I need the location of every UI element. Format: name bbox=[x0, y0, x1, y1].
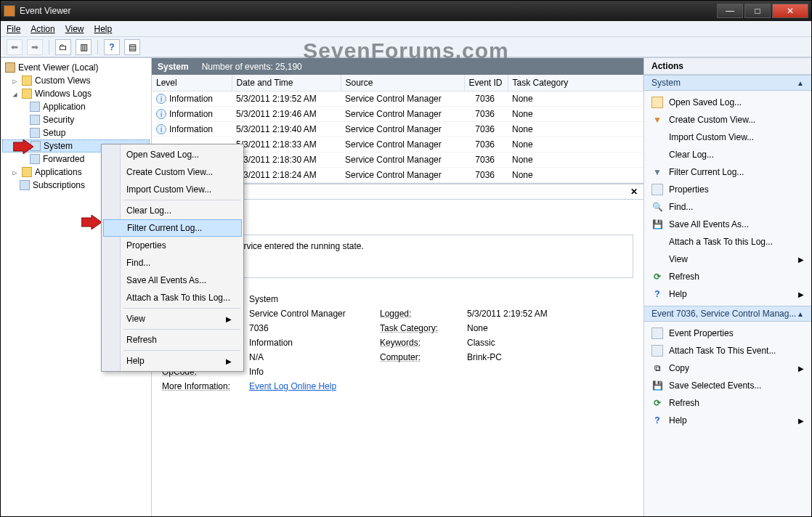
collapse-icon[interactable]: ◢ bbox=[11, 90, 19, 98]
detail-close-button[interactable]: ✕ bbox=[630, 187, 638, 197]
attach-icon bbox=[651, 236, 663, 248]
attach-icon bbox=[651, 345, 663, 357]
app-icon bbox=[4, 5, 15, 17]
show-tree-button[interactable]: 🗀 bbox=[55, 39, 71, 55]
table-row[interactable]: iInformation5/3/2011 2:19:40 AMService C… bbox=[152, 121, 643, 137]
help-icon: ? bbox=[651, 288, 663, 300]
col-level[interactable]: Level bbox=[152, 75, 232, 91]
link-online-help[interactable]: Event Log Online Help bbox=[249, 381, 380, 391]
action-import-custom-view[interactable]: Import Custom View... bbox=[647, 129, 808, 146]
submenu-arrow-icon: ▶ bbox=[798, 256, 804, 264]
actions-pane: Actions System ▲ Open Saved Log... ▼Crea… bbox=[644, 58, 811, 516]
collapse-icon[interactable]: ▲ bbox=[797, 79, 804, 87]
action-refresh-2[interactable]: ⟳Refresh bbox=[647, 394, 808, 412]
ctx-view[interactable]: View▶ bbox=[103, 310, 242, 327]
tree-root[interactable]: Event Viewer (Local) bbox=[2, 61, 150, 74]
val-logname: System bbox=[249, 294, 380, 304]
tree-label: Forwarded bbox=[43, 154, 84, 164]
tree-security[interactable]: Security bbox=[2, 113, 150, 126]
properties-icon bbox=[651, 184, 663, 195]
menu-view[interactable]: View bbox=[65, 24, 84, 34]
action-find[interactable]: 🔍Find... bbox=[647, 198, 808, 216]
maximize-button[interactable]: □ bbox=[744, 4, 771, 18]
forward-button[interactable]: ➡ bbox=[27, 39, 43, 55]
log-icon bbox=[30, 154, 40, 164]
expand-icon[interactable]: ▷ bbox=[11, 168, 19, 176]
properties-button[interactable]: ▥ bbox=[76, 39, 92, 55]
actions-group-event[interactable]: Event 7036, Service Control Manag... ▲ bbox=[644, 306, 811, 322]
context-menu[interactable]: Open Saved Log... Create Custom View... … bbox=[101, 144, 244, 372]
ctx-import-custom-view[interactable]: Import Custom View... bbox=[103, 181, 242, 198]
action-clear-log[interactable]: Clear Log... bbox=[647, 146, 808, 163]
minimize-button[interactable]: — bbox=[717, 4, 743, 18]
properties-icon bbox=[651, 327, 663, 339]
action-attach-task[interactable]: Attach a Task To this Log... bbox=[647, 233, 808, 251]
tree-setup[interactable]: Setup bbox=[2, 126, 150, 139]
annotation-arrow-1 bbox=[13, 139, 33, 154]
event-viewer-icon bbox=[5, 62, 15, 73]
menu-help[interactable]: Help bbox=[94, 24, 113, 34]
tree-application[interactable]: Application bbox=[2, 100, 150, 113]
action-help-2[interactable]: ?Help▶ bbox=[647, 412, 808, 429]
ctx-properties[interactable]: Properties bbox=[103, 237, 242, 254]
actions-group-system[interactable]: System ▲ bbox=[644, 75, 811, 91]
submenu-arrow-icon: ▶ bbox=[226, 357, 232, 365]
svg-marker-0 bbox=[13, 139, 33, 154]
action-filter-log[interactable]: ▼Filter Current Log... bbox=[647, 163, 808, 181]
ctx-filter-current-log[interactable]: Filter Current Log... bbox=[103, 219, 242, 237]
menu-action[interactable]: Action bbox=[31, 24, 54, 34]
col-datetime[interactable]: Date and Time bbox=[232, 75, 341, 91]
back-button[interactable]: ⬅ bbox=[7, 39, 23, 55]
tree-label: Application bbox=[43, 102, 86, 112]
action-copy[interactable]: ⧉Copy▶ bbox=[647, 359, 808, 377]
action-refresh[interactable]: ⟳Refresh bbox=[647, 268, 808, 285]
collapse-icon[interactable]: ▲ bbox=[797, 310, 804, 318]
col-source[interactable]: Source bbox=[341, 75, 464, 91]
save-icon: 💾 bbox=[651, 219, 663, 230]
action-save-all-events[interactable]: 💾Save All Events As... bbox=[647, 216, 808, 233]
folder-icon bbox=[22, 167, 32, 177]
table-row[interactable]: iInformation5/3/2011 2:19:52 AMService C… bbox=[152, 91, 643, 106]
col-task[interactable]: Task Category bbox=[508, 75, 643, 91]
action-properties[interactable]: Properties bbox=[647, 181, 808, 198]
action-view[interactable]: View▶ bbox=[647, 251, 808, 268]
close-button[interactable]: ✕ bbox=[772, 4, 808, 18]
ctx-open-saved-log[interactable]: Open Saved Log... bbox=[103, 146, 242, 163]
ctx-refresh[interactable]: Refresh bbox=[103, 331, 242, 349]
ctx-create-custom-view[interactable]: Create Custom View... bbox=[103, 163, 242, 181]
info-icon: i bbox=[156, 124, 166, 134]
action-attach-task-event[interactable]: Attach Task To This Event... bbox=[647, 342, 808, 359]
val-user: N/A bbox=[249, 352, 380, 362]
menu-file[interactable]: File bbox=[7, 24, 20, 34]
help-button[interactable]: ? bbox=[104, 39, 120, 55]
tree-label: System bbox=[44, 141, 73, 151]
refresh-icon: ⟳ bbox=[651, 271, 663, 282]
ctx-attach-task[interactable]: Attach a Task To this Log... bbox=[103, 289, 242, 306]
val-logged: 5/3/2011 2:19:52 AM bbox=[467, 309, 598, 319]
action-event-properties[interactable]: Event Properties bbox=[647, 325, 808, 342]
ctx-clear-log[interactable]: Clear Log... bbox=[103, 202, 242, 219]
log-icon bbox=[30, 102, 40, 112]
lbl-taskcat: Task Category: bbox=[380, 323, 467, 333]
clear-icon bbox=[651, 149, 663, 160]
log-icon bbox=[30, 115, 40, 125]
ctx-find[interactable]: Find... bbox=[103, 254, 242, 272]
tree-custom-views[interactable]: ▷ Custom Views bbox=[2, 74, 150, 87]
action-open-saved-log[interactable]: Open Saved Log... bbox=[647, 94, 808, 111]
tree-label: Setup bbox=[43, 128, 65, 138]
table-row[interactable]: iInformation5/3/2011 2:19:46 AMService C… bbox=[152, 106, 643, 121]
expand-icon[interactable]: ▷ bbox=[11, 77, 19, 85]
action-save-selected[interactable]: 💾Save Selected Events... bbox=[647, 377, 808, 394]
action-create-custom-view[interactable]: ▼Create Custom View... bbox=[647, 111, 808, 129]
tree-windows-logs[interactable]: ◢ Windows Logs bbox=[2, 87, 150, 100]
action-help[interactable]: ?Help▶ bbox=[647, 285, 808, 303]
help-icon: ? bbox=[651, 415, 663, 426]
val-eventid: 7036 bbox=[249, 323, 380, 333]
col-eventid[interactable]: Event ID bbox=[464, 75, 508, 91]
panel-button[interactable]: ▤ bbox=[124, 39, 140, 55]
val-keywords: Classic bbox=[467, 338, 598, 348]
ctx-save-all-events[interactable]: Save All Events As... bbox=[103, 272, 242, 289]
ctx-help[interactable]: Help▶ bbox=[103, 352, 242, 370]
val-level: Information bbox=[249, 338, 380, 348]
window-title: Event Viewer bbox=[20, 6, 715, 16]
